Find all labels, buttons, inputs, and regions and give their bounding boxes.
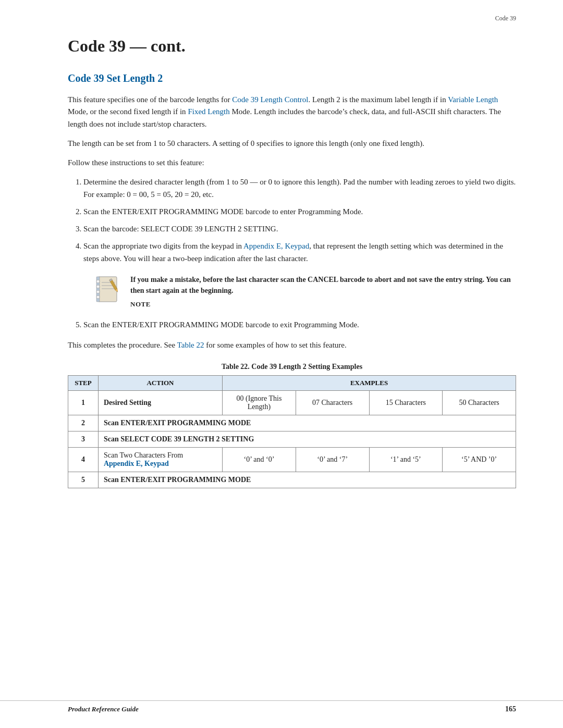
- header-text: Code 39: [495, 15, 516, 22]
- list-item-1: Determine the desired character length (…: [83, 176, 516, 201]
- col-header-step: STEP: [68, 376, 99, 391]
- conclusion-end: for some examples of how to set this fea…: [204, 341, 347, 349]
- table-caption: Table 22. Code 39 Length 2 Setting Examp…: [68, 363, 516, 371]
- intro-paragraph-1: This feature specifies one of the barcod…: [68, 94, 516, 130]
- page: Code 39 Code 39 — cont. Code 39 Set Leng…: [0, 0, 563, 728]
- action-1: Desired Setting: [98, 391, 222, 415]
- example-4-col4: ‘5’ AND ’0’: [443, 448, 516, 472]
- section-heading: Code 39 Set Length 2: [68, 72, 516, 84]
- appendix-e-link[interactable]: Appendix E, Keypad: [243, 242, 309, 250]
- follow-text: Follow these instructions to set this fe…: [68, 157, 516, 169]
- action-3: Scan SELECT CODE 39 LENGTH 2 SETTING: [98, 431, 516, 448]
- col-header-action: ACTION: [98, 376, 222, 391]
- example-4-col1: ‘0’ and ‘0’: [223, 448, 296, 472]
- col-header-examples: EXAMPLES: [223, 376, 516, 391]
- list-item-4: Scan the appropriate two digits from the…: [83, 240, 516, 310]
- footer-left: Product Reference Guide: [68, 705, 139, 713]
- list-item-5: Scan the ENTER/EXIT PROGRAMMING MODE bar…: [83, 319, 516, 331]
- list-item-2: Scan the ENTER/EXIT PROGRAMMING MODE bar…: [83, 206, 516, 218]
- example-4-col3: ‘1’ and ‘5’: [369, 448, 443, 472]
- table-row-4: 4 Scan Two Characters From Appendix E, K…: [68, 448, 516, 472]
- svg-point-2: [96, 280, 100, 283]
- footer-right: 165: [505, 705, 516, 713]
- notebook-svg: [94, 274, 122, 305]
- fixed-length-link[interactable]: Fixed Length: [188, 107, 229, 116]
- setting-table: STEP ACTION EXAMPLES 1 Desired Setting 0…: [68, 375, 516, 488]
- action-5: Scan ENTER/EXIT PROGRAMMING MODE: [98, 472, 516, 488]
- note-box: If you make a mistake, before the last c…: [94, 274, 516, 310]
- example-1-col1: 00 (Ignore This Length): [223, 391, 296, 415]
- step-1: 1: [68, 391, 99, 415]
- note-label: NOTE: [130, 299, 516, 310]
- conclusion-start: This completes the procedure. See: [68, 341, 177, 349]
- table-header-row: STEP ACTION EXAMPLES: [68, 376, 516, 391]
- svg-point-4: [96, 290, 100, 293]
- code39-length-control-link[interactable]: Code 39 Length Control: [232, 95, 308, 104]
- intro-text-1c: Mode, or the second fixed length if in: [68, 107, 188, 116]
- example-1-col2: 07 Characters: [296, 391, 369, 415]
- note-text: If you make a mistake, before the last c…: [130, 274, 516, 296]
- step-5: 5: [68, 472, 99, 488]
- example-4-col2: ‘0’ and ‘7’: [296, 448, 369, 472]
- svg-rect-0: [98, 277, 117, 302]
- step-4: 4: [68, 448, 99, 472]
- instructions-list: Determine the desired character length (…: [83, 176, 516, 331]
- intro-text-1b: . Length 2 is the maximum label length i…: [309, 95, 448, 104]
- appendix-e-table-link[interactable]: Appendix E, Keypad: [104, 460, 169, 467]
- example-1-col4: 50 Characters: [443, 391, 516, 415]
- table-row-2: 2 Scan ENTER/EXIT PROGRAMMING MODE: [68, 415, 516, 431]
- action-4: Scan Two Characters From Appendix E, Key…: [98, 448, 222, 472]
- note-icon: [94, 274, 122, 309]
- action-2: Scan ENTER/EXIT PROGRAMMING MODE: [98, 415, 516, 431]
- table22-link[interactable]: Table 22: [177, 341, 204, 349]
- table-row-3: 3 Scan SELECT CODE 39 LENGTH 2 SETTING: [68, 431, 516, 448]
- intro-text-1a: This feature specifies one of the barcod…: [68, 95, 232, 104]
- page-header: Code 39: [495, 15, 516, 22]
- step-2: 2: [68, 415, 99, 431]
- page-footer: Product Reference Guide 165: [0, 700, 563, 713]
- note-content: If you make a mistake, before the last c…: [130, 274, 516, 310]
- paragraph-2: The length can be set from 1 to 50 chara…: [68, 138, 516, 150]
- list-item-3: Scan the barcode: SELECT CODE 39 LENGTH …: [83, 223, 516, 235]
- example-1-col3: 15 Characters: [369, 391, 443, 415]
- step-3: 3: [68, 431, 99, 448]
- table-row-5: 5 Scan ENTER/EXIT PROGRAMMING MODE: [68, 472, 516, 488]
- svg-point-3: [96, 285, 100, 288]
- table-row-1: 1 Desired Setting 00 (Ignore This Length…: [68, 391, 516, 415]
- page-title: Code 39 — cont.: [68, 36, 516, 56]
- conclusion-text: This completes the procedure. See Table …: [68, 339, 516, 351]
- variable-length-link[interactable]: Variable Length: [448, 95, 498, 104]
- svg-point-5: [96, 295, 100, 299]
